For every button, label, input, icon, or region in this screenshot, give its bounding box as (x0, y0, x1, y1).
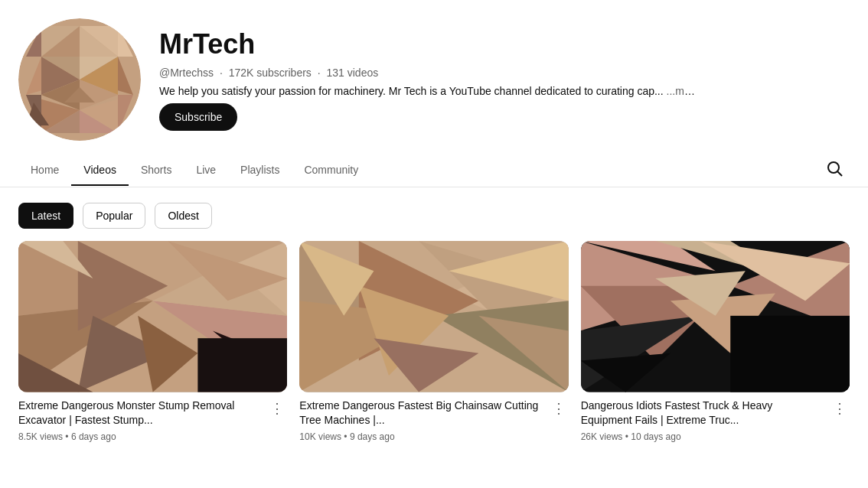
subscribe-button[interactable]: Subscribe (159, 103, 237, 131)
channel-header: MrTech @Mrtechss · 172K subscribers · 13… (0, 0, 868, 153)
video-title-area-1: Extreme Dangerous Monster Stump Removal … (18, 399, 261, 442)
tab-shorts[interactable]: Shorts (129, 155, 184, 185)
channel-name: MrTech (159, 28, 695, 60)
svg-line-24 (838, 172, 843, 177)
video-more-button-2[interactable]: ⋮ (549, 399, 569, 418)
tab-playlists[interactable]: Playlists (228, 155, 292, 185)
channel-nav: Home Videos Shorts Live Playlists Commun… (0, 153, 868, 187)
video-title-3: Dangerous Idiots Fastest Truck & Heavy E… (581, 399, 824, 428)
video-thumbnail-1 (18, 241, 287, 392)
video-meta-2: 10K views • 9 days ago (299, 431, 542, 442)
channel-avatar (18, 18, 141, 141)
video-thumbnail-2 (299, 241, 568, 392)
channel-video-count: 131 videos (327, 67, 379, 79)
video-info-2: Extreme Dangerous Fastest Big Chainsaw C… (299, 399, 568, 442)
channel-meta: @Mrtechss · 172K subscribers · 131 video… (159, 67, 695, 79)
channel-info: MrTech @Mrtechss · 172K subscribers · 13… (159, 28, 695, 131)
video-meta-1: 8.5K views • 6 days ago (18, 431, 261, 442)
video-card-2[interactable]: Extreme Dangerous Fastest Big Chainsaw C… (299, 241, 568, 442)
video-title-2: Extreme Dangerous Fastest Big Chainsaw C… (299, 399, 542, 428)
svg-rect-38 (197, 338, 287, 392)
tab-community[interactable]: Community (292, 155, 370, 185)
svg-marker-16 (118, 95, 133, 133)
filter-latest[interactable]: Latest (18, 203, 73, 229)
video-more-button-3[interactable]: ⋮ (830, 399, 850, 418)
svg-marker-20 (118, 26, 133, 57)
svg-rect-64 (730, 316, 850, 392)
video-title-area-3: Dangerous Idiots Fastest Truck & Heavy E… (581, 399, 824, 442)
channel-handle: @Mrtechss (159, 67, 214, 79)
video-grid: Extreme Dangerous Monster Stump Removal … (0, 241, 868, 460)
video-title-area-2: Extreme Dangerous Fastest Big Chainsaw C… (299, 399, 542, 442)
video-title-1: Extreme Dangerous Monster Stump Removal … (18, 399, 261, 428)
video-thumbnail-3 (581, 241, 850, 392)
tab-home[interactable]: Home (18, 155, 71, 185)
filter-row: Latest Popular Oldest (0, 187, 868, 241)
svg-marker-19 (26, 26, 41, 57)
channel-description: We help you satisfy your passion for mac… (159, 85, 695, 97)
filter-oldest[interactable]: Oldest (155, 203, 211, 229)
video-info-1: Extreme Dangerous Monster Stump Removal … (18, 399, 287, 442)
tab-videos[interactable]: Videos (71, 155, 129, 185)
tab-live[interactable]: Live (184, 155, 228, 185)
description-more-link[interactable]: ...more (667, 85, 695, 97)
nav-tabs: Home Videos Shorts Live Playlists Commun… (18, 155, 370, 185)
filter-popular[interactable]: Popular (83, 203, 145, 229)
channel-subscribers: 172K subscribers (229, 67, 312, 79)
video-card-1[interactable]: Extreme Dangerous Monster Stump Removal … (18, 241, 287, 442)
video-info-3: Dangerous Idiots Fastest Truck & Heavy E… (581, 399, 850, 442)
video-more-button-1[interactable]: ⋮ (267, 399, 287, 418)
video-meta-3: 26K views • 10 days ago (581, 431, 824, 442)
search-icon[interactable] (819, 153, 850, 187)
video-card-3[interactable]: Dangerous Idiots Fastest Truck & Heavy E… (581, 241, 850, 442)
svg-point-23 (828, 162, 839, 173)
